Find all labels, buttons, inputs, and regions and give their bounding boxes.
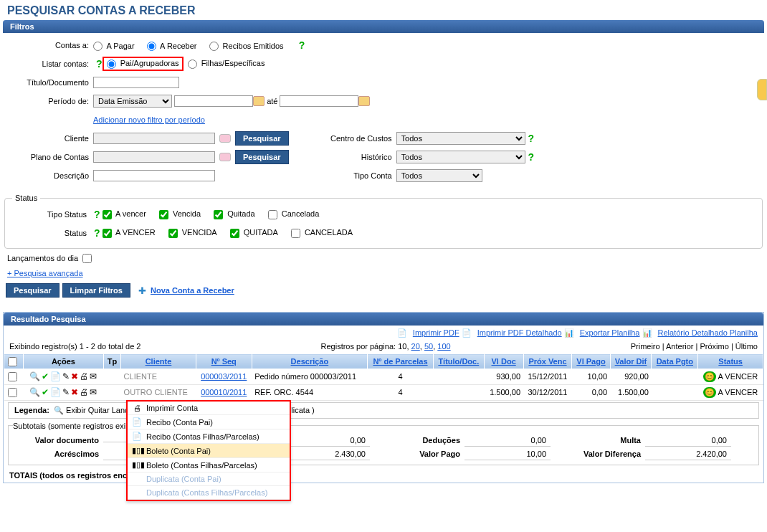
cb-label: Vencida [173, 209, 201, 218]
titulo-doc-input[interactable] [93, 77, 179, 88]
limpar-filtros-button[interactable]: Limpar Filtros [62, 283, 130, 298]
menu-item[interactable]: ▮▯▮Boleto (Contas Filhas/Parcelas) [128, 458, 290, 472]
delete-icon[interactable]: ✖ [71, 371, 78, 381]
plus-icon [138, 285, 148, 296]
calendar-icon[interactable] [358, 96, 370, 106]
col-cliente[interactable]: Cliente [121, 354, 196, 369]
menu-item[interactable]: 📄Recibo (Conta Pai) [128, 415, 290, 429]
view-icon[interactable]: 🔍 [29, 387, 40, 397]
delete-icon[interactable]: ✖ [71, 387, 78, 397]
cb-status-cancelada[interactable]: CANCELADA [291, 228, 353, 238]
print-icon[interactable]: 🖨 [80, 387, 88, 397]
eraser-icon[interactable] [219, 153, 231, 161]
cb-quitada[interactable]: Quitada [214, 209, 255, 219]
cb-status-vencida[interactable]: VENCIDA [168, 228, 217, 238]
col-parcelas[interactable]: Nº de Parcelas [368, 354, 434, 369]
cb-cancelada[interactable]: Cancelada [268, 209, 320, 219]
copy-icon[interactable]: 📄 [50, 387, 61, 397]
label-lancamentos-dia: Lançamentos do dia [7, 254, 78, 262]
row-checkbox[interactable] [8, 388, 17, 397]
view-icon[interactable]: 🔍 [29, 371, 40, 381]
relatorio-planilha-link[interactable]: Relatório Detalhado Planilha [658, 328, 758, 337]
imprimir-pdf-det-link[interactable]: Imprimir PDF Detalhado [477, 328, 562, 337]
periodo-select[interactable]: Data Emissão [93, 95, 172, 108]
row-checkbox[interactable] [8, 372, 17, 381]
page-title: PESQUISAR CONTAS A RECEBER [0, 0, 767, 20]
help-icon[interactable]: ? [528, 151, 535, 163]
periodo-from-input[interactable] [174, 95, 253, 107]
col-venc[interactable]: Próx Venc [523, 354, 572, 369]
pp-50[interactable]: 50 [424, 342, 433, 351]
help-icon[interactable]: ? [94, 209, 100, 220]
exportar-planilha-link[interactable]: Exportar Planilha [580, 328, 640, 337]
help-icon[interactable]: ? [299, 39, 305, 51]
add-periodo-link[interactable]: Adicionar novo filtro por período [93, 115, 205, 124]
col-vldif[interactable]: Valor Dif [610, 354, 652, 369]
radio-a-receber[interactable]: A Receber [147, 42, 197, 50]
calendar-icon[interactable] [253, 96, 265, 106]
cb-status-avencer[interactable]: A VENCER [103, 228, 156, 238]
col-titulo[interactable]: Título/Doc. [433, 354, 484, 369]
eraser-icon[interactable] [219, 134, 231, 143]
menu-item-label: Recibo (Contas Filhas/Parcelas) [146, 432, 259, 441]
col-datapgto[interactable]: Data Pgto [652, 354, 698, 369]
table-row: 🔍✔📄✎✖🖨✉OUTRO CLIENTE000010/2011REF. ORC.… [4, 384, 763, 400]
col-descricao[interactable]: Descrição [252, 354, 367, 369]
cell-descricao: REF. ORC. 4544 [252, 384, 367, 400]
menu-item[interactable]: 📄Recibo (Contas Filhas/Parcelas) [128, 429, 290, 444]
print-icon[interactable]: 🖨 [80, 371, 88, 381]
row-actions: 🔍✔📄✎✖🖨✉ [23, 384, 103, 400]
pager-showing: Exibindo registro(s) 1 - 2 do total de 2 [9, 342, 140, 351]
cb-a-vencer[interactable]: A vencer [103, 209, 146, 219]
radio-recibos[interactable]: Recibos Emitidos [209, 42, 284, 50]
tipo-conta-select[interactable]: Todos [396, 169, 482, 182]
mail-icon[interactable]: ✉ [90, 387, 97, 397]
copy-icon[interactable]: 📄 [50, 371, 61, 381]
col-vlpago[interactable]: Vl Pago [572, 354, 610, 369]
col-status[interactable]: Status [698, 354, 763, 369]
radio-pai[interactable]: Pai/Agrupadoras [107, 59, 179, 67]
col-check[interactable] [4, 354, 24, 369]
help-icon[interactable]: ? [94, 227, 100, 239]
cell-seq[interactable]: 000010/2011 [196, 384, 252, 400]
menu-item[interactable]: 🖨Imprimir Conta [128, 402, 290, 415]
cell-vldoc: 930,00 [484, 369, 523, 384]
centro-custos-select[interactable]: Todos [396, 132, 525, 145]
radio-a-pagar[interactable]: A Pagar [93, 42, 135, 50]
col-seq[interactable]: Nº Seq [196, 354, 252, 369]
lbl-valor-doc: Valor documento [13, 436, 99, 445]
descricao-input[interactable] [93, 170, 215, 181]
cell-tp [103, 369, 120, 384]
imprimir-pdf-link[interactable]: Imprimir PDF [413, 328, 459, 337]
pesquisar-button[interactable]: Pesquisar [6, 283, 59, 298]
pesquisar-plano-button[interactable]: Pesquisar [235, 150, 289, 164]
pp-100[interactable]: 100 [437, 342, 450, 351]
col-vldoc[interactable]: Vl Doc [484, 354, 523, 369]
check-icon[interactable]: ✔ [42, 371, 49, 381]
historico-select[interactable]: Todos [396, 151, 525, 163]
periodo-to-input[interactable] [280, 95, 358, 107]
edit-icon[interactable]: ✎ [62, 371, 70, 381]
check-icon[interactable]: ✔ [42, 387, 49, 397]
pesquisar-cliente-button[interactable]: Pesquisar [235, 131, 289, 146]
lancamentos-dia-checkbox[interactable] [82, 254, 92, 263]
val-valor-pago: 10,00 [465, 448, 551, 460]
cb-vencida[interactable]: Vencida [159, 209, 201, 219]
cb-status-quitada[interactable]: QUITADA [230, 228, 278, 238]
pp-20[interactable]: 20 [411, 342, 420, 351]
nova-conta-link[interactable]: Nova Conta a Receber [151, 286, 234, 295]
pdf-icon [462, 328, 473, 337]
mail-icon[interactable]: ✉ [90, 371, 97, 381]
radio-label: A Receber [160, 42, 196, 50]
menu-item-label: Duplicata (Conta Pai) [146, 475, 221, 483]
pesquisa-avancada-link[interactable]: + Pesquisa avançada [7, 269, 83, 277]
cell-seq[interactable]: 000003/2011 [196, 369, 252, 384]
edit-icon[interactable]: ✎ [62, 387, 70, 397]
cell-status: 😊 A VENCER [698, 369, 763, 384]
radio-filhas[interactable]: Filhas/Específicas [188, 59, 265, 69]
help-icon[interactable]: ? [96, 58, 103, 70]
side-tab[interactable] [757, 79, 767, 100]
help-icon[interactable]: ? [528, 133, 535, 144]
menu-item[interactable]: ▮▯▮Boleto (Conta Pai) [128, 444, 290, 458]
pager-nav[interactable]: Primeiro | Anterior | Próximo | Último [631, 342, 758, 351]
